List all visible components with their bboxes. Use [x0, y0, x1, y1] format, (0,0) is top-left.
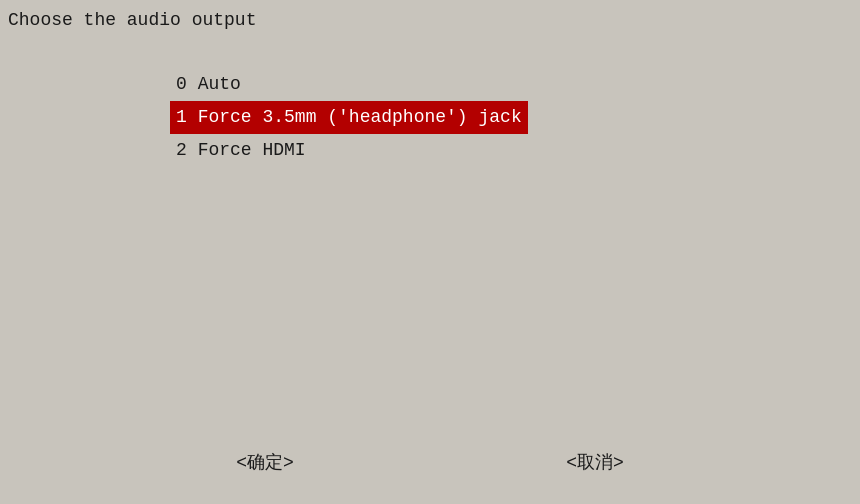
menu-item-hdmi[interactable]: 2 Force HDMI: [170, 134, 528, 167]
cancel-button[interactable]: <取消>: [566, 450, 624, 474]
footer: <确定> <取消>: [0, 450, 860, 474]
page-title: Choose the audio output: [8, 10, 256, 30]
menu-item-hdmi-index: 2: [176, 140, 187, 160]
menu-container: 0 Auto 1 Force 3.5mm ('headphone') jack …: [170, 68, 528, 166]
menu-item-headphone[interactable]: 1 Force 3.5mm ('headphone') jack: [170, 101, 528, 134]
menu-item-headphone-index: 1: [176, 107, 187, 127]
confirm-button[interactable]: <确定>: [236, 450, 294, 474]
menu-item-auto-index: 0: [176, 74, 187, 94]
menu-item-auto[interactable]: 0 Auto: [170, 68, 528, 101]
